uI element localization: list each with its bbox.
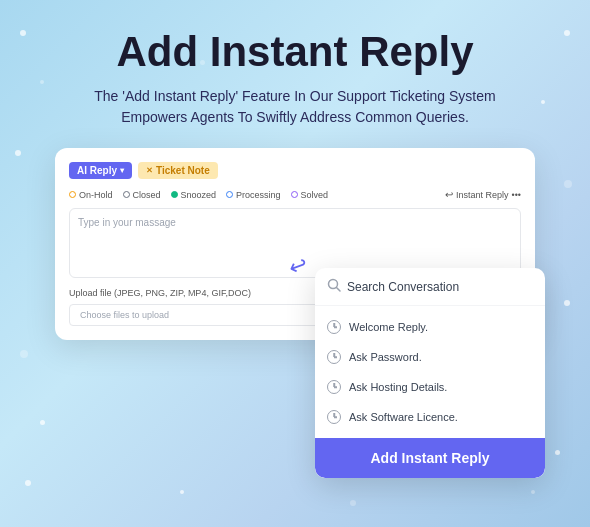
instant-reply-trigger[interactable]: ↩ Instant Reply ••• bbox=[445, 189, 521, 200]
instant-reply-label: Instant Reply bbox=[456, 190, 509, 200]
status-closed[interactable]: Closed bbox=[123, 190, 161, 200]
reply-item-label-3: Ask Hosting Details. bbox=[349, 381, 447, 393]
add-instant-reply-button[interactable]: Add Instant Reply bbox=[315, 438, 545, 478]
status-dot-processing bbox=[226, 191, 233, 198]
status-dot-on-hold bbox=[69, 191, 76, 198]
status-label-processing: Processing bbox=[236, 190, 281, 200]
search-box: Search Conversation bbox=[315, 268, 545, 306]
status-solved[interactable]: Solved bbox=[291, 190, 329, 200]
tab-ai-reply[interactable]: AI Reply bbox=[69, 162, 132, 179]
message-placeholder: Type in your massage bbox=[78, 217, 176, 228]
status-processing[interactable]: Processing bbox=[226, 190, 281, 200]
list-item[interactable]: Welcome Reply. bbox=[315, 312, 545, 342]
page-title: Add Instant Reply bbox=[116, 28, 473, 76]
reply-list: Welcome Reply. Ask Password. Ask Hosting… bbox=[315, 306, 545, 438]
tab-row: AI Reply Ticket Note bbox=[69, 162, 521, 179]
status-label-closed: Closed bbox=[133, 190, 161, 200]
status-on-hold[interactable]: On-Hold bbox=[69, 190, 113, 200]
clock-icon-1 bbox=[327, 320, 341, 334]
clock-icon-2 bbox=[327, 350, 341, 364]
list-item[interactable]: Ask Password. bbox=[315, 342, 545, 372]
status-dot-snoozed bbox=[171, 191, 178, 198]
tab-ai-reply-label: AI Reply bbox=[77, 165, 117, 176]
status-label-snoozed: Snoozed bbox=[181, 190, 217, 200]
list-item[interactable]: Ask Hosting Details. bbox=[315, 372, 545, 402]
reply-item-label-1: Welcome Reply. bbox=[349, 321, 428, 333]
status-row: On-Hold Closed Snoozed Processing Solved… bbox=[69, 189, 521, 200]
add-instant-reply-label: Add Instant Reply bbox=[370, 450, 489, 466]
search-conversation-text[interactable]: Search Conversation bbox=[347, 280, 459, 294]
search-icon bbox=[327, 278, 341, 295]
page-subtitle: The 'Add Instant Reply' Feature In Our S… bbox=[65, 86, 525, 128]
status-snoozed[interactable]: Snoozed bbox=[171, 190, 217, 200]
status-dot-solved bbox=[291, 191, 298, 198]
tab-ticket-note[interactable]: Ticket Note bbox=[138, 162, 218, 179]
reply-item-label-2: Ask Password. bbox=[349, 351, 422, 363]
status-label-solved: Solved bbox=[301, 190, 329, 200]
instant-reply-dropdown: Search Conversation Welcome Reply. Ask P… bbox=[315, 268, 545, 478]
instant-reply-dots: ••• bbox=[512, 190, 521, 200]
list-item[interactable]: Ask Software Licence. bbox=[315, 402, 545, 432]
tab-ticket-note-label: Ticket Note bbox=[156, 165, 210, 176]
svg-line-1 bbox=[337, 288, 341, 292]
page-wrapper: Add Instant Reply The 'Add Instant Reply… bbox=[0, 0, 590, 360]
clock-icon-3 bbox=[327, 380, 341, 394]
choose-files-placeholder: Choose files to upload bbox=[80, 310, 169, 320]
instant-reply-icon: ↩ bbox=[445, 189, 453, 200]
status-dot-closed bbox=[123, 191, 130, 198]
main-card: AI Reply Ticket Note On-Hold Closed Snoo… bbox=[55, 148, 535, 340]
clock-icon-4 bbox=[327, 410, 341, 424]
status-label-on-hold: On-Hold bbox=[79, 190, 113, 200]
reply-item-label-4: Ask Software Licence. bbox=[349, 411, 458, 423]
